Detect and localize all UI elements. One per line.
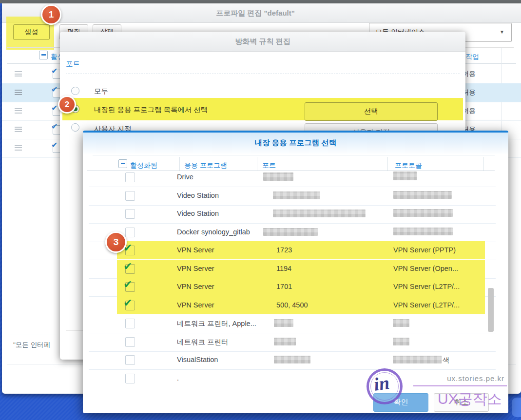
checkmark-icon: ✔: [51, 66, 58, 76]
app-protocol: VPN Server (L2TP/...: [393, 301, 460, 309]
blurred-protocol-value: [393, 356, 442, 363]
app-name: 네트워크 프린터, Apple...: [177, 319, 256, 328]
app-checkbox[interactable]: [125, 355, 135, 365]
table-row[interactable]: ✔ VPN Server 500, 4500 VPN Server (L2TP/…: [89, 296, 496, 315]
drag-handle-icon[interactable]: [15, 108, 22, 114]
table-row[interactable]: 네트워크 프린터: [89, 333, 496, 352]
step-badge-1: 1: [41, 4, 61, 25]
builtin-app-dialog: 내장 응용 프로그램 선택 활성화됨 응용 프로그램 포트 프로토콜 Drive…: [83, 131, 508, 413]
app-checkbox[interactable]: [125, 172, 135, 182]
table-row[interactable]: Docker synology_gitlab: [89, 223, 496, 242]
section-divider: [66, 74, 460, 74]
app-table-body: Drive Video Station Video Station Docker…: [89, 171, 496, 387]
app-name: VisualStation: [177, 356, 218, 363]
app-name: 네트워크 프린터: [177, 338, 229, 347]
app-checkbox[interactable]: [125, 337, 135, 347]
screen: 프로파일 편집 "default" 생성 편집 삭제 모든 인터페이스 ▼ 활성…: [0, 0, 521, 420]
select-all-apps-checkbox[interactable]: [118, 159, 127, 168]
column-separator: [483, 157, 484, 171]
blurred-port-value: [274, 338, 296, 345]
blurred-port-value: [263, 172, 293, 181]
drag-handle-icon[interactable]: [15, 127, 22, 132]
radio-custom-ports[interactable]: [71, 123, 79, 132]
app-port: 1701: [276, 283, 292, 290]
app-name: VPN Server: [177, 265, 214, 272]
column-separator: [179, 157, 180, 171]
table-top-border: [93, 155, 495, 155]
desktop-corner-shape: [512, 398, 521, 417]
table-row[interactable]: 네트워크 프린터, Apple...: [89, 314, 496, 333]
create-button[interactable]: 생성: [13, 24, 50, 40]
app-name: VPN Server: [177, 301, 214, 309]
port-section-label: 포트: [66, 59, 80, 69]
app-name: Docker synology_gitlab: [177, 228, 250, 236]
blurred-protocol-value: [393, 228, 453, 235]
footnote-text: "모든 인터페: [13, 341, 50, 349]
checkmark-icon: ✔: [51, 85, 58, 94]
radio-all-ports[interactable]: [71, 87, 79, 95]
table-row[interactable]: ✔ VPN Server 1723 VPN Server (PPTP): [89, 241, 496, 260]
select-button[interactable]: 선택: [305, 102, 438, 121]
table-row[interactable]: Video Station: [89, 187, 496, 206]
builtin-dialog-header: 내장 응용 프로그램 선택: [83, 133, 508, 154]
app-name: VPN Server: [177, 246, 214, 254]
firewall-dialog-title: 방화벽 규칙 편집: [60, 32, 465, 51]
app-name: Video Station: [177, 191, 219, 199]
app-name: VPN Server: [177, 283, 214, 290]
checkmark-icon: ✔: [123, 297, 132, 309]
app-port: 1723: [276, 246, 292, 254]
blurred-protocol-value: [393, 209, 453, 217]
blurred-port-value: [273, 191, 320, 199]
app-checkbox[interactable]: [125, 319, 135, 328]
column-separator: [387, 157, 388, 171]
app-checkbox[interactable]: [125, 228, 135, 237]
table-row[interactable]: VisualStation 색: [89, 351, 496, 370]
app-name: Drive: [177, 173, 193, 181]
radio-all-ports-label: 모두: [94, 87, 108, 96]
table-row[interactable]: Drive: [89, 171, 496, 187]
blurred-port-value: [273, 210, 366, 217]
app-protocol: VPN Server (Open...: [393, 265, 458, 272]
app-port: 1194: [276, 265, 291, 272]
builtin-dialog-title: 내장 응용 프로그램 선택: [83, 133, 508, 153]
app-protocol: VPN Server (L2TP/...: [393, 283, 460, 290]
app-protocol-fragment: 색: [443, 356, 450, 365]
column-header-application: 응용 프로그램: [184, 161, 227, 170]
blurred-protocol-value: [393, 338, 409, 345]
app-checkbox[interactable]: [125, 374, 135, 383]
checkmark-icon: ✔: [123, 260, 132, 273]
app-checkbox[interactable]: [125, 191, 135, 201]
table-row[interactable]: Video Station: [89, 205, 496, 224]
blurred-protocol-value: [393, 172, 417, 180]
step-badge-2: 2: [58, 95, 76, 114]
blurred-port-value: [263, 228, 318, 236]
drag-handle-icon[interactable]: [15, 71, 22, 76]
column-header-enabled: 활성화됨: [130, 161, 157, 170]
step-badge-3: 3: [105, 231, 127, 253]
watermark-brand: UX공작소: [438, 389, 502, 409]
blurred-port-value: [274, 356, 310, 363]
logo-script-glyph: in: [372, 372, 391, 395]
column-separator: [257, 157, 257, 171]
radio-builtin-apps-label: 내장된 응용 프로그램 목록에서 선택: [94, 105, 208, 115]
watermark-logo-icon: in: [367, 368, 403, 404]
table-row[interactable]: ✔ VPN Server 1194 VPN Server (Open...: [89, 260, 496, 279]
profile-dialog-title: 프로파일 편집 "default": [2, 3, 509, 22]
scrollbar-thumb[interactable]: [488, 288, 494, 332]
column-header-protocol: 프로토콜: [395, 161, 422, 170]
checkmark-icon: ✔: [51, 122, 58, 131]
app-name: Video Station: [177, 210, 219, 217]
drag-handle-icon[interactable]: [15, 90, 22, 95]
column-header-action: 작업: [465, 53, 479, 61]
blurred-protocol-value: [393, 319, 409, 327]
checkmark-icon: ✔: [51, 140, 58, 150]
checkmark-icon: ✔: [123, 278, 132, 291]
table-row[interactable]: ✔ VPN Server 1701 VPN Server (L2TP/...: [89, 278, 496, 297]
app-checkbox[interactable]: [125, 209, 135, 219]
drag-handle-icon[interactable]: [15, 145, 22, 151]
chevron-down-icon: ▼: [500, 29, 504, 35]
select-all-checkbox[interactable]: [39, 51, 48, 59]
column-header-port: 포트: [262, 161, 276, 170]
blurred-port-value: [274, 319, 293, 327]
window-top-bar: [0, 0, 521, 3]
